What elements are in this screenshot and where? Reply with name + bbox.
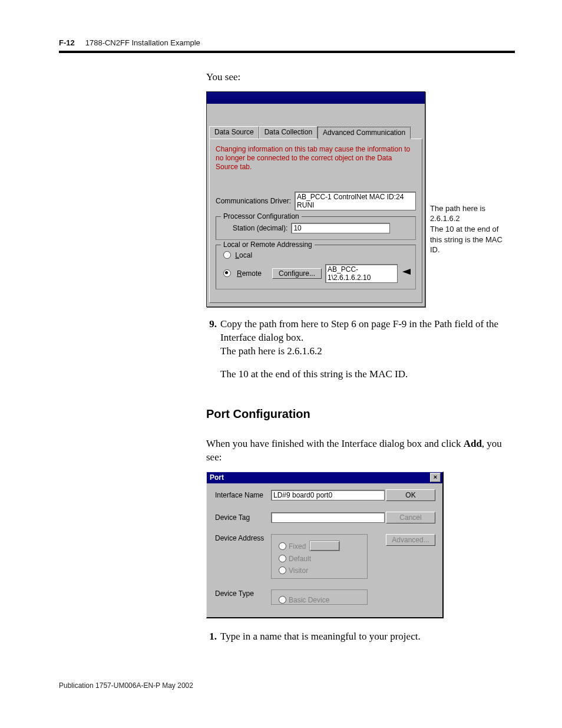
warning-text: Changing information on this tab may cau… (216, 145, 416, 172)
radio-local-label: Local (235, 251, 252, 259)
step-9: 9. Copy the path from here to Step 6 on … (206, 318, 515, 381)
close-icon[interactable]: × (430, 473, 441, 482)
comm-driver-label: Communications Driver: (216, 197, 291, 205)
step-1-number: 1. (206, 630, 217, 644)
advanced-button[interactable]: Advanced... (386, 534, 435, 546)
addressing-group: Local or Remote Addressing Local Remote … (216, 245, 416, 289)
radio-basic-device[interactable] (279, 596, 286, 604)
remote-path-field[interactable]: AB_PCC-1\2.6.1.6.2.10 (325, 264, 398, 283)
callout-arrow-icon (402, 268, 411, 276)
processor-config-group: Processor Configuration Station (decimal… (216, 216, 416, 240)
fixed-address-field[interactable] (309, 541, 340, 551)
port-dialog: Port × Interface Name LD#9 board0 port0 … (206, 472, 444, 618)
radio-default-label: Default (289, 555, 311, 563)
ok-button[interactable]: OK (386, 489, 435, 501)
svg-marker-0 (402, 269, 411, 275)
cancel-button[interactable]: Cancel (386, 512, 435, 523)
intro-you-see: You see: (206, 71, 515, 84)
device-tag-field[interactable] (271, 512, 385, 523)
tab-data-source[interactable]: Data Source (209, 126, 259, 139)
device-tag-label: Device Tag (215, 513, 271, 522)
tab-strip: Data Source Data Collection Advanced Com… (207, 126, 425, 139)
tab-data-collection[interactable]: Data Collection (259, 126, 318, 139)
step-9-line2: The path here is 2.6.1.6.2 (220, 345, 515, 358)
interface-name-field[interactable]: LD#9 board0 port0 (271, 490, 385, 500)
radio-basic-device-label: Basic Device (289, 596, 329, 604)
radio-visitor-label: Visitor (289, 566, 308, 575)
step-1: 1. Type in a name that is meaningful to … (206, 630, 515, 644)
station-field[interactable]: 10 (291, 223, 390, 233)
device-address-group: Fixed Default Visitor (271, 534, 368, 579)
page-title: 1788-CN2FF Installation Example (85, 38, 200, 47)
tab-advanced-comm[interactable]: Advanced Communication (318, 127, 411, 139)
radio-default[interactable] (279, 555, 286, 562)
callout-line1: The path here is 2.6.1.6.2 (430, 203, 510, 224)
port-configuration-heading: Port Configuration (206, 407, 515, 421)
processor-config-legend: Processor Configuration (221, 212, 302, 220)
interface-name-label: Interface Name (215, 491, 271, 499)
advanced-comm-dialog: Data Source Data Collection Advanced Com… (206, 91, 425, 307)
callout-text: The path here is 2.6.1.6.2 The 10 at the… (430, 91, 510, 255)
header-rule (59, 51, 515, 53)
publication-footer: Publication 1757-UM006A-EN-P May 2002 (59, 681, 515, 690)
finished-paragraph: When you have finished with the Interfac… (206, 437, 515, 465)
step-9-line3: The 10 at the end of this string is the … (220, 368, 515, 381)
configure-button[interactable]: Configure... (272, 268, 322, 279)
comm-driver-field[interactable]: AB_PCC-1 ControlNet MAC ID:24 RUNI (295, 192, 416, 210)
dialog-titlebar (207, 92, 425, 104)
port-dialog-title: Port (210, 473, 224, 482)
port-titlebar: Port × (207, 472, 442, 483)
device-address-label: Device Address (215, 534, 271, 542)
step-9-number: 9. (206, 318, 217, 381)
device-type-group: Basic Device (271, 589, 368, 605)
advanced-comm-screenshot: Data Source Data Collection Advanced Com… (206, 91, 515, 307)
page-number: F-12 (59, 38, 75, 47)
radio-local[interactable] (223, 251, 231, 259)
radio-visitor[interactable] (279, 566, 286, 574)
addressing-legend: Local or Remote Addressing (221, 241, 315, 249)
page-header: F-12 1788-CN2FF Installation Example (59, 38, 515, 47)
device-type-label: Device Type (215, 589, 271, 598)
step-9-line1: Copy the path from here to Step 6 on pag… (220, 318, 515, 345)
step-1-text: Type in a name that is meaningful to you… (220, 630, 515, 644)
radio-remote-label: Remote (237, 269, 269, 278)
radio-remote[interactable] (223, 269, 231, 277)
radio-fixed-label: Fixed (289, 542, 306, 551)
callout-line2: The 10 at the end of this string is the … (430, 224, 510, 255)
radio-fixed[interactable] (279, 542, 286, 550)
station-label: Station (decimal): (233, 224, 287, 232)
